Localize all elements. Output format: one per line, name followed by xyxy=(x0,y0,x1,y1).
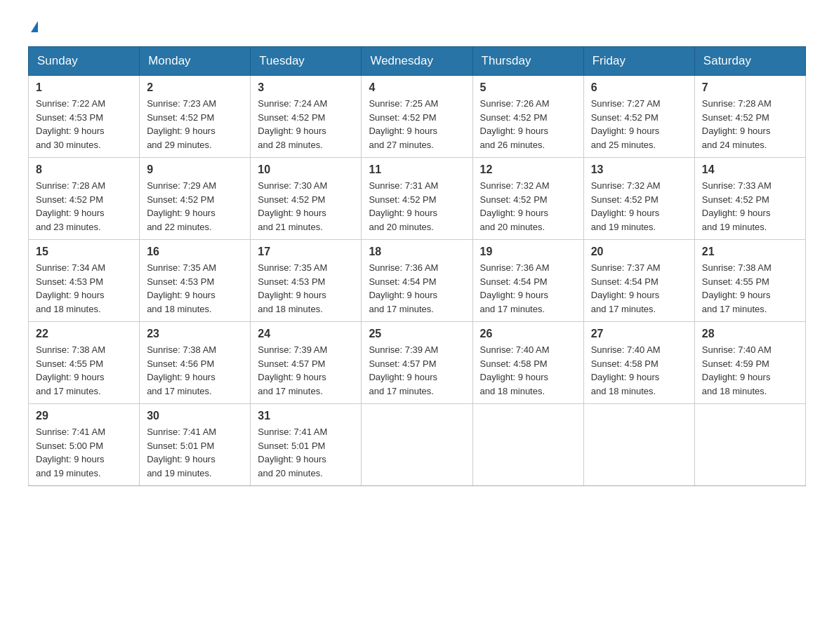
weekday-header-thursday: Thursday xyxy=(472,47,583,76)
day-info: Sunrise: 7:35 AM Sunset: 4:53 PM Dayligh… xyxy=(258,261,354,316)
day-number: 30 xyxy=(147,410,243,422)
day-number: 20 xyxy=(591,246,687,258)
calendar-day-cell: 31 Sunrise: 7:41 AM Sunset: 5:01 PM Dayl… xyxy=(251,404,362,486)
day-info: Sunrise: 7:36 AM Sunset: 4:54 PM Dayligh… xyxy=(369,261,465,316)
weekday-header-row: SundayMondayTuesdayWednesdayThursdayFrid… xyxy=(29,47,806,76)
calendar-week-row: 22 Sunrise: 7:38 AM Sunset: 4:55 PM Dayl… xyxy=(29,322,806,404)
calendar-day-cell: 24 Sunrise: 7:39 AM Sunset: 4:57 PM Dayl… xyxy=(251,322,362,404)
calendar-day-cell: 25 Sunrise: 7:39 AM Sunset: 4:57 PM Dayl… xyxy=(362,322,472,404)
day-number: 2 xyxy=(147,81,243,94)
day-info: Sunrise: 7:40 AM Sunset: 4:58 PM Dayligh… xyxy=(480,343,576,398)
day-info: Sunrise: 7:36 AM Sunset: 4:54 PM Dayligh… xyxy=(480,261,576,316)
day-info: Sunrise: 7:33 AM Sunset: 4:52 PM Dayligh… xyxy=(702,179,798,234)
day-info: Sunrise: 7:23 AM Sunset: 4:52 PM Dayligh… xyxy=(147,97,243,152)
calendar-day-cell: 10 Sunrise: 7:30 AM Sunset: 4:52 PM Dayl… xyxy=(251,158,362,240)
calendar-day-cell: 13 Sunrise: 7:32 AM Sunset: 4:52 PM Dayl… xyxy=(583,158,694,240)
day-number: 6 xyxy=(591,81,687,94)
day-number: 14 xyxy=(702,163,798,176)
day-number: 4 xyxy=(369,81,465,94)
calendar-day-cell: 22 Sunrise: 7:38 AM Sunset: 4:55 PM Dayl… xyxy=(29,322,140,404)
calendar-day-cell xyxy=(472,404,583,486)
day-info: Sunrise: 7:26 AM Sunset: 4:52 PM Dayligh… xyxy=(480,97,576,152)
day-info: Sunrise: 7:22 AM Sunset: 4:53 PM Dayligh… xyxy=(36,97,132,152)
day-info: Sunrise: 7:40 AM Sunset: 4:58 PM Dayligh… xyxy=(591,343,687,398)
calendar-day-cell: 26 Sunrise: 7:40 AM Sunset: 4:58 PM Dayl… xyxy=(472,322,583,404)
calendar-day-cell: 16 Sunrise: 7:35 AM Sunset: 4:53 PM Dayl… xyxy=(140,240,251,322)
calendar-day-cell: 6 Sunrise: 7:27 AM Sunset: 4:52 PM Dayli… xyxy=(583,76,694,158)
day-info: Sunrise: 7:35 AM Sunset: 4:53 PM Dayligh… xyxy=(147,261,243,316)
day-info: Sunrise: 7:41 AM Sunset: 5:01 PM Dayligh… xyxy=(147,425,243,480)
day-info: Sunrise: 7:24 AM Sunset: 4:52 PM Dayligh… xyxy=(258,97,354,152)
day-number: 18 xyxy=(369,246,465,258)
weekday-header-sunday: Sunday xyxy=(29,47,140,76)
day-info: Sunrise: 7:39 AM Sunset: 4:57 PM Dayligh… xyxy=(258,343,354,398)
day-number: 17 xyxy=(258,246,354,258)
day-number: 5 xyxy=(480,81,576,94)
day-number: 21 xyxy=(702,246,798,258)
day-number: 26 xyxy=(480,328,576,340)
day-number: 24 xyxy=(258,328,354,340)
page-header xyxy=(28,21,806,32)
calendar-day-cell: 17 Sunrise: 7:35 AM Sunset: 4:53 PM Dayl… xyxy=(251,240,362,322)
day-number: 8 xyxy=(36,163,132,176)
day-info: Sunrise: 7:32 AM Sunset: 4:52 PM Dayligh… xyxy=(591,179,687,234)
day-info: Sunrise: 7:41 AM Sunset: 5:01 PM Dayligh… xyxy=(258,425,354,480)
weekday-header-wednesday: Wednesday xyxy=(362,47,472,76)
logo-text xyxy=(28,21,42,32)
logo xyxy=(28,21,42,32)
day-info: Sunrise: 7:28 AM Sunset: 4:52 PM Dayligh… xyxy=(36,179,132,234)
calendar-week-row: 1 Sunrise: 7:22 AM Sunset: 4:53 PM Dayli… xyxy=(29,76,806,158)
calendar-day-cell: 29 Sunrise: 7:41 AM Sunset: 5:00 PM Dayl… xyxy=(29,404,140,486)
calendar-day-cell: 3 Sunrise: 7:24 AM Sunset: 4:52 PM Dayli… xyxy=(251,76,362,158)
calendar-day-cell: 11 Sunrise: 7:31 AM Sunset: 4:52 PM Dayl… xyxy=(362,158,472,240)
day-info: Sunrise: 7:38 AM Sunset: 4:56 PM Dayligh… xyxy=(147,343,243,398)
day-info: Sunrise: 7:31 AM Sunset: 4:52 PM Dayligh… xyxy=(369,179,465,234)
day-number: 3 xyxy=(258,81,354,94)
calendar-day-cell: 5 Sunrise: 7:26 AM Sunset: 4:52 PM Dayli… xyxy=(472,76,583,158)
day-number: 16 xyxy=(147,246,243,258)
day-info: Sunrise: 7:30 AM Sunset: 4:52 PM Dayligh… xyxy=(258,179,354,234)
calendar-week-row: 15 Sunrise: 7:34 AM Sunset: 4:53 PM Dayl… xyxy=(29,240,806,322)
calendar-day-cell: 2 Sunrise: 7:23 AM Sunset: 4:52 PM Dayli… xyxy=(140,76,251,158)
calendar-day-cell xyxy=(362,404,472,486)
day-number: 11 xyxy=(369,163,465,176)
day-info: Sunrise: 7:38 AM Sunset: 4:55 PM Dayligh… xyxy=(36,343,132,398)
calendar-day-cell: 19 Sunrise: 7:36 AM Sunset: 4:54 PM Dayl… xyxy=(472,240,583,322)
day-number: 23 xyxy=(147,328,243,340)
calendar-day-cell: 23 Sunrise: 7:38 AM Sunset: 4:56 PM Dayl… xyxy=(140,322,251,404)
day-info: Sunrise: 7:28 AM Sunset: 4:52 PM Dayligh… xyxy=(702,97,798,152)
calendar-day-cell: 14 Sunrise: 7:33 AM Sunset: 4:52 PM Dayl… xyxy=(694,158,805,240)
day-number: 9 xyxy=(147,163,243,176)
calendar-day-cell: 28 Sunrise: 7:40 AM Sunset: 4:59 PM Dayl… xyxy=(694,322,805,404)
day-number: 19 xyxy=(480,246,576,258)
day-info: Sunrise: 7:25 AM Sunset: 4:52 PM Dayligh… xyxy=(369,97,465,152)
day-info: Sunrise: 7:41 AM Sunset: 5:00 PM Dayligh… xyxy=(36,425,132,480)
weekday-header-tuesday: Tuesday xyxy=(251,47,362,76)
day-info: Sunrise: 7:32 AM Sunset: 4:52 PM Dayligh… xyxy=(480,179,576,234)
calendar-day-cell: 4 Sunrise: 7:25 AM Sunset: 4:52 PM Dayli… xyxy=(362,76,472,158)
day-number: 25 xyxy=(369,328,465,340)
day-number: 13 xyxy=(591,163,687,176)
calendar-day-cell: 30 Sunrise: 7:41 AM Sunset: 5:01 PM Dayl… xyxy=(140,404,251,486)
calendar-day-cell: 8 Sunrise: 7:28 AM Sunset: 4:52 PM Dayli… xyxy=(29,158,140,240)
calendar-day-cell: 18 Sunrise: 7:36 AM Sunset: 4:54 PM Dayl… xyxy=(362,240,472,322)
weekday-header-saturday: Saturday xyxy=(694,47,805,76)
calendar-day-cell: 15 Sunrise: 7:34 AM Sunset: 4:53 PM Dayl… xyxy=(29,240,140,322)
calendar-day-cell: 12 Sunrise: 7:32 AM Sunset: 4:52 PM Dayl… xyxy=(472,158,583,240)
day-info: Sunrise: 7:27 AM Sunset: 4:52 PM Dayligh… xyxy=(591,97,687,152)
day-info: Sunrise: 7:40 AM Sunset: 4:59 PM Dayligh… xyxy=(702,343,798,398)
day-info: Sunrise: 7:37 AM Sunset: 4:54 PM Dayligh… xyxy=(591,261,687,316)
day-info: Sunrise: 7:34 AM Sunset: 4:53 PM Dayligh… xyxy=(36,261,132,316)
day-number: 10 xyxy=(258,163,354,176)
day-number: 7 xyxy=(702,81,798,94)
calendar-day-cell: 7 Sunrise: 7:28 AM Sunset: 4:52 PM Dayli… xyxy=(694,76,805,158)
day-info: Sunrise: 7:38 AM Sunset: 4:55 PM Dayligh… xyxy=(702,261,798,316)
day-number: 1 xyxy=(36,81,132,94)
day-number: 15 xyxy=(36,246,132,258)
calendar-day-cell: 9 Sunrise: 7:29 AM Sunset: 4:52 PM Dayli… xyxy=(140,158,251,240)
calendar-day-cell: 20 Sunrise: 7:37 AM Sunset: 4:54 PM Dayl… xyxy=(583,240,694,322)
day-info: Sunrise: 7:29 AM Sunset: 4:52 PM Dayligh… xyxy=(147,179,243,234)
calendar-day-cell: 1 Sunrise: 7:22 AM Sunset: 4:53 PM Dayli… xyxy=(29,76,140,158)
day-number: 29 xyxy=(36,410,132,422)
day-number: 27 xyxy=(591,328,687,340)
